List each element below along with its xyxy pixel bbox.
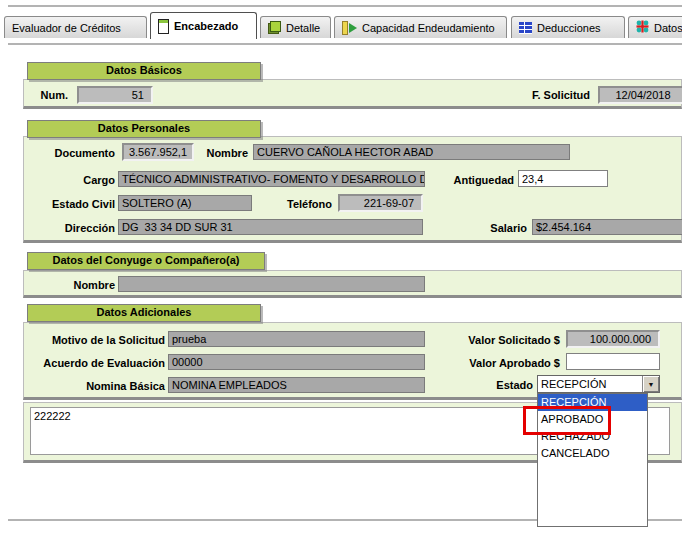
tab-capacidad-endeudamiento[interactable]: Capacidad Endeudamiento [334,16,507,38]
top-divider [8,5,682,7]
documento-label: Documento [23,145,115,161]
cargo-field: TÉCNICO ADMINISTRATIVO- FOMENTO Y DESARR… [118,171,425,187]
estado-combobox[interactable]: RECEPCIÓN ▼ [537,375,660,393]
salario-field: $2.454.164 [532,219,682,235]
motivo-field: prueba [168,331,425,347]
dropdown-option-recepción[interactable]: RECEPCIÓN [538,394,647,411]
cross-dots-icon [636,20,649,35]
tab-label: Capacidad Endeudamiento [362,22,495,34]
credit-evaluator-window: Evaluador de Créditos Encabezado Detalle… [0,0,682,553]
antiguedad-label: Antiguedad [452,172,514,188]
form-page-icon [158,19,169,34]
antiguedad-input[interactable] [518,170,608,187]
tab-datos[interactable]: Datos [628,16,682,38]
dropdown-option-cancelado[interactable]: CANCELADO [538,445,647,462]
telefono-field: 221-69-07 [338,194,423,212]
fecha-solicitud-field: 12/04/2018 [598,86,682,104]
nombre-field: CUERVO CAÑOLA HECTOR ABAD [253,144,570,160]
chevron-down-icon[interactable]: ▼ [642,376,659,392]
tab-encabezado[interactable]: Encabezado [150,12,257,39]
cargo-label: Cargo [23,172,115,188]
tab-label: Datos [654,22,682,34]
acuerdo-field: 00000 [168,354,425,370]
tab-label: Deducciones [537,22,601,34]
section-header-datos-personales: Datos Personales [27,120,261,138]
estado-label: Estado [480,377,533,393]
section-header-datos-adicionales: Datos Adicionales [27,304,261,322]
estado-civil-field: SOLTERO (A) [118,195,252,211]
direccion-field: DG 33 34 DD SUR 31 [118,219,423,235]
note-icon [268,21,281,34]
tab-label: Detalle [286,22,320,34]
estado-civil-label: Estado Civil [23,196,115,212]
tab-deducciones[interactable]: Deducciones [511,16,625,38]
direccion-label: Dirección [23,220,115,236]
motivo-label: Motivo de la Solicitud [23,332,165,348]
section-header-datos-basicos: Datos Básicos [27,62,261,80]
nombre-label: Nombre [200,145,248,161]
tab-evaluador-de-creditos[interactable]: Evaluador de Créditos [4,16,147,38]
conyuge-nombre-label: Nombre [23,277,115,293]
conyuge-nombre-field [118,276,425,292]
tabbar-divider [8,43,682,45]
valor-aprobado-input[interactable] [566,353,660,370]
num-label: Num. [23,87,68,103]
tab-label: Encabezado [174,20,238,32]
dropdown-option-aprobado[interactable]: APROBADO [538,411,647,428]
valor-solicitado-label: Valor Solicitado $ [450,332,560,348]
section-header-conyuge: Datos del Conyuge o Compañero(a) [27,252,265,270]
table-grid-icon [519,22,532,34]
num-field: 51 [77,86,153,104]
tab-label: Evaluador de Créditos [12,22,121,34]
fecha-solicitud-label: F. Solicitud [500,87,590,103]
play-icon [342,21,357,35]
valor-aprobado-label: Valor Aprobado $ [450,355,560,371]
salario-label: Salario [483,220,527,236]
tab-detalle[interactable]: Detalle [260,16,331,38]
acuerdo-label: Acuerdo de Evaluación [23,355,165,371]
estado-dropdown-list: RECEPCIÓNAPROBADORECHAZADOCANCELADO [537,393,648,527]
estado-selected-value: RECEPCIÓN [538,376,642,392]
documento-field: 3.567.952,1 [122,143,194,161]
nomina-label: Nomina Básica [23,378,165,394]
nomina-field: NOMINA EMPLEADOS [168,377,425,393]
dropdown-option-rechazado[interactable]: RECHAZADO [538,428,647,445]
valor-solicitado-field: 100.000.000 [566,330,660,348]
telefono-label: Teléfono [282,196,332,212]
